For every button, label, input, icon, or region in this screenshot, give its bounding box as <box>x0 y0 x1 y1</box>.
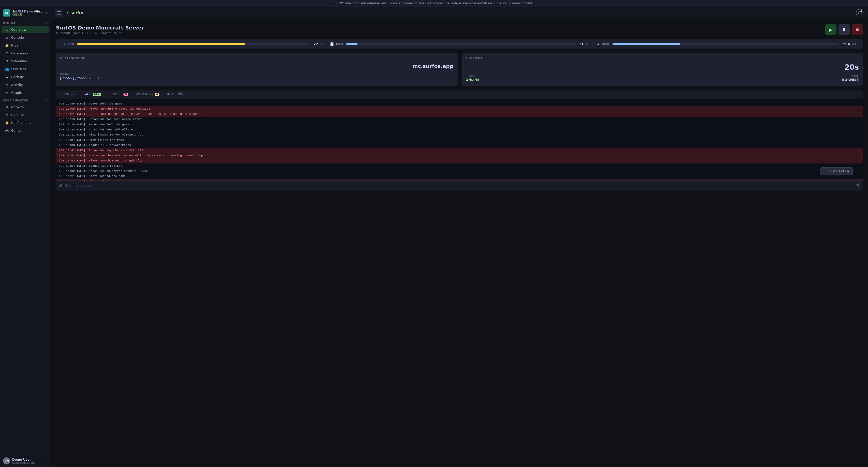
notification-dot <box>860 10 862 12</box>
game-label: Game <box>11 129 21 132</box>
general-config-label: General <box>11 113 24 117</box>
subusers-label: Subusers <box>11 67 26 71</box>
console-label: Console <box>11 36 24 39</box>
subusers-icon: 👥 <box>5 67 9 71</box>
console-input[interactable] <box>65 184 853 188</box>
sidebar: Sr SurfOS Demo Minecraft Server ONLINE ⇅… <box>0 7 51 467</box>
main-area: ⚡ SurfOS SurfOS Demo Minecraft Server Mi… <box>51 7 868 467</box>
sidebar-item-notifications[interactable]: 🔔 Notifications <box>2 119 49 126</box>
sidebar-item-activity[interactable]: ▤ Activity <box>2 81 49 89</box>
node-label: NODE <box>842 74 859 78</box>
ram-stat: 💾 RAM 11 KB <box>327 42 593 46</box>
start-icon: ▶ <box>829 27 832 32</box>
console-line: [03:13:52 INFO]: Player Notch moved too … <box>56 158 863 163</box>
sidebar-item-general-config[interactable]: ▤ General <box>2 111 49 119</box>
sidebar-toggle-button[interactable] <box>55 9 63 17</box>
console-line: [03:12:59 INFO]: Steve left the game <box>56 101 863 106</box>
console-send-button[interactable] <box>856 183 860 188</box>
cpu-unit: % <box>320 42 323 46</box>
ram-label: RAM <box>336 42 343 46</box>
status-block: STATUS ONLINE <box>466 74 479 82</box>
configuration-section-header: Configuration ∧ <box>0 97 51 103</box>
tab-info[interactable]: INFO 99+ <box>163 90 189 99</box>
console-input-bar: ⌘ <box>56 181 863 191</box>
sidebar-item-databases[interactable]: ◫ Databases <box>2 50 49 57</box>
console-line: [03:13:24 INFO]: Notch has been whitelis… <box>56 127 863 132</box>
console-line: [03:13:54 INFO]: Loaded 1290 recipes <box>56 163 863 168</box>
allocation-header: ⊞ ALLOCATION <box>60 57 454 60</box>
svg-rect-2 <box>57 14 61 14</box>
allocation-card: ⊞ ALLOCATION mc.surfos.app PORTS [ 25565… <box>56 53 458 86</box>
notifications-icon: 🔔 <box>5 121 9 125</box>
network-icon: ⚙ <box>5 105 9 109</box>
brand-icon: ⚡ <box>66 10 69 15</box>
overview-label: Overview <box>11 28 26 32</box>
tab-errors[interactable]: ERRORS 0 <box>105 90 132 99</box>
databases-label: Databases <box>11 51 28 55</box>
sidebar-item-game[interactable]: 🎮 Game <box>2 127 49 134</box>
server-status: ONLINE <box>12 13 43 16</box>
notification-button[interactable] <box>856 9 864 17</box>
start-button[interactable]: ▶ <box>825 24 836 35</box>
user-email: demo@surfos.app <box>12 461 42 464</box>
uptime-icon: ↑ <box>466 57 468 60</box>
disk-icon: 🖥 <box>596 42 600 46</box>
sidebar-item-console[interactable]: ▤ Console <box>2 34 49 41</box>
activity-icon: ▤ <box>5 83 9 87</box>
cpu-bar-fill <box>77 43 245 45</box>
cpu-stat: ⚡ CPU 72 % <box>60 42 326 46</box>
stop-button[interactable]: ⏹ <box>852 24 863 35</box>
console-line: [03:14:02 INFO]: Notch issued server com… <box>56 168 863 174</box>
console-line: [03:13:20 INFO]: Herobrine left the game <box>56 122 863 127</box>
console-line: [03:13:42 INFO]: Error loading chunk at … <box>56 148 863 153</box>
ram-value: 11 <box>579 42 583 46</box>
schedules-label: Schedules <box>11 59 28 63</box>
graphs-icon: ▤ <box>5 91 9 95</box>
node-value: EU-WEST <box>842 78 859 82</box>
sidebar-item-schedules[interactable]: 🗓 Schedules <box>2 58 49 65</box>
uptime-label: UPTIME <box>470 57 483 60</box>
activity-label: Activity <box>11 83 23 87</box>
ports-value: [ 25565 ] , 25565 , 25567 <box>60 76 454 80</box>
server-page-subtitle: Minecraft • Java 1.21.1 • 6+ Players Onl… <box>56 31 144 35</box>
user-avatar: CN <box>3 457 10 464</box>
ram-icon: 💾 <box>330 42 334 46</box>
uptime-header: ↑ UPTIME <box>466 57 859 60</box>
general-collapse-icon: ∧ <box>45 22 48 25</box>
tab-console[interactable]: CONSOLE <box>59 90 81 99</box>
cpu-icon: ⚡ <box>63 42 66 46</box>
sidebar-item-overview[interactable]: ⊞ Overview <box>2 26 49 33</box>
sidebar-item-backups[interactable]: ☁ Backups <box>2 73 49 81</box>
general-section-header: General ∧ <box>0 19 51 26</box>
tab-warnings[interactable]: WARNINGS 0 <box>132 90 163 99</box>
schedules-icon: 🗓 <box>5 60 9 63</box>
console-line: [03:13:11 INFO]: --- DO NOT REPORT THIS … <box>56 112 863 117</box>
allocation-label: ALLOCATION <box>65 57 86 60</box>
console-line: [03:13:09 INFO]: Player Herobrine moved … <box>56 106 863 111</box>
stop-icon: ⏹ <box>855 27 859 32</box>
stats-bar: ⚡ CPU 72 % 💾 RAM 11 KB <box>56 39 863 49</box>
tab-all[interactable]: ALL 99+ <box>82 90 105 99</box>
ram-bar-fill <box>346 43 358 45</box>
sidebar-item-graphs[interactable]: ▤ Graphs <box>2 89 49 96</box>
disk-bar-wrap <box>612 43 839 45</box>
disk-bar-fill <box>612 43 680 45</box>
main-port: 25565 <box>62 76 72 80</box>
sidebar-user-footer[interactable]: CN Demo User demo@surfos.app ⊞ <box>0 455 51 467</box>
sidebar-item-network[interactable]: ⚙ Network <box>2 103 49 111</box>
uptime-card: ↑ UPTIME 20s STATUS ONLINE NODE EU-WEST <box>462 53 863 86</box>
scroll-to-bottom-button[interactable]: ↓ Scroll to Bottom <box>820 167 853 176</box>
sidebar-item-files[interactable]: 📁 Files <box>2 42 49 49</box>
backups-icon: ☁ <box>5 75 9 79</box>
console-tabs: CONSOLE ALL 99+ ERRORS 0 WARNINGS 0 <box>56 90 863 99</box>
console-line: [03:13:38 INFO]: Loaded 1495 advancement… <box>56 143 863 148</box>
cpu-value: 72 <box>313 42 318 46</box>
server-info: SurfOS Demo Minecraft Server ONLINE <box>12 10 43 16</box>
all-badge: 99+ <box>93 93 101 96</box>
console-line: [03:13:16 INFO]: Herobrine has been whit… <box>56 117 863 122</box>
command-icon: ⌘ <box>59 184 63 188</box>
pause-button[interactable]: ⏸ <box>838 24 850 35</box>
sidebar-server-header[interactable]: Sr SurfOS Demo Minecraft Server ONLINE ⇅ <box>0 7 51 19</box>
sidebar-item-subusers[interactable]: 👥 Subusers <box>2 65 49 73</box>
main-topbar: ⚡ SurfOS <box>51 7 868 19</box>
